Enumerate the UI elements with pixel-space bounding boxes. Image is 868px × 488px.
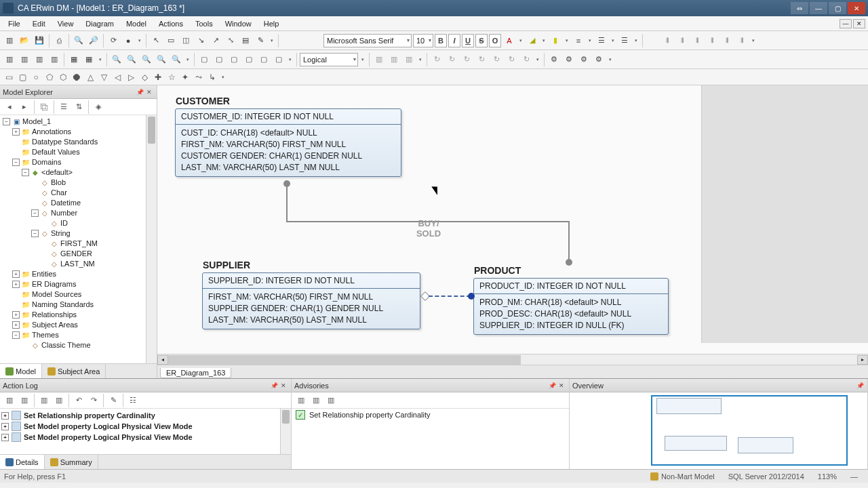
relationship2-icon[interactable]: ↗ [209, 34, 222, 47]
zoom-in-icon[interactable]: 🔍 [110, 53, 123, 66]
ex-tag-icon[interactable]: ◈ [92, 100, 105, 114]
overview-canvas[interactable] [570, 392, 867, 469]
relationship-icon[interactable]: ↘ [194, 34, 208, 47]
tree-last-nm[interactable]: LAST_NM [60, 259, 95, 269]
relationship3-icon[interactable]: ⤡ [224, 34, 237, 47]
adv-btn3[interactable]: ▥ [324, 394, 338, 407]
tree-classic-theme[interactable]: Classic Theme [41, 340, 91, 350]
al-btn3[interactable]: ▥ [37, 394, 51, 407]
al-btn5[interactable]: ↶ [72, 394, 85, 407]
ex-filter-icon[interactable]: ☰ [57, 100, 71, 114]
ex-nav-back-icon[interactable]: ◂ [3, 100, 16, 114]
tree-id[interactable]: ID [60, 218, 68, 228]
al-scrollbar[interactable] [280, 409, 291, 454]
highlight-dd[interactable]: ▾ [564, 34, 570, 47]
align-left-icon[interactable]: ⫴ [660, 34, 674, 47]
list1-icon[interactable]: ☰ [595, 34, 608, 47]
menu-help[interactable]: Help [258, 18, 285, 29]
shape-octagon-icon[interactable]: ⯃ [71, 71, 83, 83]
menu-view[interactable]: View [52, 18, 79, 29]
sync4-icon[interactable]: ↻ [475, 53, 488, 66]
al-btn1[interactable]: ▥ [3, 394, 16, 407]
pointer-icon[interactable]: ↖ [149, 34, 163, 47]
refresh-icon[interactable]: ⟳ [106, 34, 120, 47]
db3-icon[interactable]: ▥ [402, 53, 416, 66]
tab-details[interactable]: Details [0, 455, 45, 469]
al-btn6[interactable]: ↷ [87, 394, 100, 407]
tree-first-nm[interactable]: FIRST_NM [60, 239, 98, 249]
sync3-icon[interactable]: ↻ [460, 53, 473, 66]
al-item-2[interactable]: +Set Model property Logical Physical Vie… [1, 421, 290, 432]
tb2-btn2[interactable]: ▥ [18, 53, 31, 66]
tree-entities[interactable]: Entities [32, 269, 56, 279]
sync6-icon[interactable]: ↻ [505, 53, 518, 66]
shape-star-icon[interactable]: ☆ [165, 71, 178, 83]
overview-pin-icon[interactable]: 📌 [855, 381, 865, 390]
ex-copy-icon[interactable]: ⿻ [37, 100, 51, 114]
shape-tri-down-icon[interactable]: ▽ [98, 71, 110, 83]
tool-dropdown[interactable]: ▾ [269, 34, 275, 47]
gear4-icon[interactable]: ⚙ [592, 53, 606, 66]
view-mode-dd[interactable]: ▾ [359, 53, 366, 66]
shape-burst-icon[interactable]: ✦ [179, 71, 191, 83]
group4-icon[interactable]: ▢ [242, 53, 256, 66]
entity-customer[interactable]: CUSTOMER CUSTOMER_ID: INTEGER ID NOT NUL… [175, 108, 401, 177]
shape-diamond-icon[interactable]: ◇ [138, 71, 151, 83]
scroll-left-button[interactable]: ◂ [157, 355, 168, 365]
explorer-pin-icon[interactable]: 📌 [135, 87, 144, 97]
shape-hexagon-icon[interactable]: ⬡ [57, 71, 69, 83]
tb2-btn6[interactable]: ▦ [82, 53, 96, 66]
advisory-item-1[interactable]: ✓ Set Relationship property Cardinality [292, 409, 569, 421]
zoom-area-icon[interactable]: 🔍 [170, 53, 183, 66]
tree-er-diagrams[interactable]: ER Diagrams [32, 279, 76, 289]
tab-model[interactable]: Model [0, 364, 42, 378]
advisories-close-icon[interactable]: ✕ [557, 381, 566, 390]
menu-window[interactable]: Window [220, 18, 257, 29]
db-dd[interactable]: ▾ [417, 53, 424, 66]
menu-model[interactable]: Model [121, 18, 152, 29]
maximize-button[interactable]: ▢ [829, 2, 846, 14]
view-mode-combo[interactable]: Logical [300, 53, 358, 66]
tb2-btn1[interactable]: ▥ [3, 53, 16, 66]
strike-button[interactable]: S [475, 34, 488, 47]
gear3-icon[interactable]: ⚙ [577, 53, 591, 66]
tab-subject-area[interactable]: Subject Area [42, 364, 106, 378]
tb2-btn5[interactable]: ▦ [67, 53, 81, 66]
adv-btn1[interactable]: ▥ [294, 394, 308, 407]
al-btn4[interactable]: ▥ [52, 394, 66, 407]
shape-roundrect-icon[interactable]: ▢ [16, 71, 28, 83]
al-item-1[interactable]: +Set Relationship property Cardinality [1, 410, 290, 421]
tree-datetime[interactable]: Datetime [51, 198, 81, 208]
al-btn8[interactable]: ☷ [126, 394, 140, 407]
db1-icon[interactable]: ▥ [372, 53, 386, 66]
group6-icon[interactable]: ▢ [272, 53, 285, 66]
minimize-button[interactable]: — [810, 2, 827, 14]
scroll-right-button[interactable]: ▸ [857, 355, 868, 365]
align-top-icon[interactable]: ⫴ [705, 34, 719, 47]
advisories-pin-icon[interactable]: 📌 [547, 381, 557, 390]
align-bottom-icon[interactable]: ⫴ [735, 34, 749, 47]
action-log-close-icon[interactable]: ✕ [279, 381, 288, 390]
entity-icon[interactable]: ▭ [164, 34, 178, 47]
sync2-icon[interactable]: ↻ [445, 53, 458, 66]
wand-icon[interactable]: ✎ [254, 34, 267, 47]
tree-char[interactable]: Char [51, 188, 67, 198]
view-icon[interactable]: ◫ [179, 34, 193, 47]
tree-domains[interactable]: Domains [32, 157, 61, 167]
tree-string[interactable]: String [51, 228, 71, 239]
tree-default-vals[interactable]: Default Values [32, 147, 80, 157]
menu-actions[interactable]: Actions [153, 18, 189, 29]
shape-pentagon-icon[interactable]: ⬠ [43, 71, 56, 83]
shape-dd[interactable]: ▾ [220, 70, 226, 84]
tree-relationships[interactable]: Relationships [32, 310, 77, 320]
group-dd[interactable]: ▾ [287, 53, 294, 66]
find-icon[interactable]: 🔍 [72, 34, 85, 47]
font-size-combo[interactable]: 10 [413, 34, 433, 47]
align-middle-icon[interactable]: ⫴ [720, 34, 734, 47]
overline-button[interactable]: O [489, 34, 501, 47]
canvas-scrollbar-h[interactable]: ◂ ▸ [157, 354, 868, 365]
tree-annotations[interactable]: Annotations [32, 127, 71, 137]
explorer-close-icon[interactable]: ✕ [144, 87, 154, 97]
font-color-dd[interactable]: ▾ [517, 34, 524, 47]
tb2-btn3[interactable]: ▥ [33, 53, 46, 66]
